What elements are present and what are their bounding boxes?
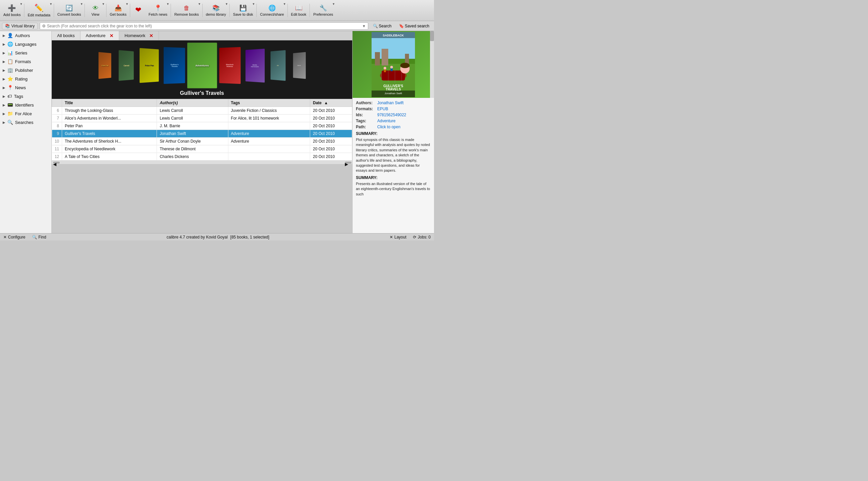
- edit-metadata-dropdown-icon[interactable]: ▼: [50, 2, 53, 6]
- carousel-cover-3[interactable]: Peter Pan: [140, 48, 159, 83]
- search-dropdown-icon[interactable]: ▼: [362, 24, 366, 28]
- carousel-cover-1[interactable]: Peter Pan: [98, 52, 111, 79]
- configure-button[interactable]: ✕ Configure: [3, 235, 25, 240]
- sidebar-item-authors[interactable]: ▶ 👤 Authors: [0, 31, 52, 40]
- search-button[interactable]: 🔍 Search: [370, 23, 394, 29]
- detail-book-cover[interactable]: SADDLEBACK Jonathan Swift GULLIVER'S TRA…: [352, 31, 434, 98]
- tags-detail-value[interactable]: Adventure: [377, 119, 396, 123]
- layout-icon: ✕: [390, 235, 393, 240]
- path-value[interactable]: Click to open: [377, 125, 400, 129]
- table-row[interactable]: 11 Encyclopedia of Needlework Therese de…: [52, 145, 352, 153]
- carousel-cover-center[interactable]: Adventures: [187, 43, 217, 89]
- table-row[interactable]: 12 A Tale of Two Cities Charles Dickens …: [52, 153, 352, 161]
- layout-button[interactable]: ✕ Layout: [390, 235, 406, 240]
- tab-adventure[interactable]: Adventure ✕: [81, 31, 119, 40]
- sidebar-item-identifiers[interactable]: ▶ 📟 Identifiers: [0, 100, 52, 109]
- connect-share-dropdown-icon[interactable]: ▼: [283, 2, 286, 6]
- toolbar-separator-6: [170, 4, 171, 17]
- right-panel-scrollbar-thumb[interactable]: [430, 31, 434, 41]
- book-cover-carousel[interactable]: Peter Pan Carroll Peter Pan Gulliver'sTr…: [52, 40, 352, 99]
- publisher-icon: 🏢: [7, 67, 13, 73]
- authors-icon: 👤: [7, 33, 13, 38]
- tab-homework[interactable]: Homework ✕: [119, 31, 159, 40]
- search-gear-icon[interactable]: ⚙: [42, 24, 46, 28]
- tab-all-books[interactable]: All books: [52, 31, 81, 40]
- sidebar-item-news[interactable]: ▶ 📍 News: [0, 83, 52, 92]
- sidebar-item-for-alice[interactable]: ▶ 📁 For Alice: [0, 109, 52, 118]
- add-books-dropdown-icon[interactable]: ▼: [20, 2, 23, 6]
- demo-library-label: demo library: [206, 12, 226, 17]
- col-date[interactable]: Date ▲: [310, 99, 352, 107]
- remove-books-button[interactable]: 🗑 Remove books ▼: [172, 1, 201, 20]
- ids-label: Ids:: [356, 113, 376, 117]
- row-date: 20 Oct 2010: [310, 122, 352, 130]
- table-row[interactable]: 8 Peter Pan J. M. Barrie 20 Oct 2010: [52, 122, 352, 130]
- sidebar-item-series[interactable]: ▶ 📊 Series: [0, 49, 52, 57]
- edit-metadata-button[interactable]: ✏️ Edit metadata ▼: [25, 1, 53, 20]
- carousel: Peter Pan Carroll Peter Pan Gulliver'sTr…: [52, 40, 352, 87]
- virtual-library-label: Virtual library: [11, 24, 35, 28]
- view-button[interactable]: 👁 View ▼: [86, 1, 105, 20]
- demo-library-button[interactable]: 📚 demo library ▼: [203, 1, 229, 20]
- carousel-cover-9[interactable]: Series: [293, 52, 306, 79]
- sidebar-item-formats[interactable]: ▶ 📋 Formats: [0, 57, 52, 66]
- convert-books-dropdown-icon[interactable]: ▼: [80, 2, 83, 6]
- get-books-button[interactable]: 📥 Get books ▼: [107, 1, 129, 20]
- save-to-disk-label: Save to disk: [233, 12, 253, 17]
- searchbar: 📚 Virtual library ⚙ ▼ 🔍 Search 🔖 Saved s…: [0, 21, 434, 31]
- table-row[interactable]: 6 Through the Looking-Glass Lewis Carrol…: [52, 107, 352, 115]
- carousel-cover-6[interactable]: SherlockHolmes: [219, 47, 240, 84]
- view-dropdown-icon[interactable]: ▼: [102, 2, 105, 6]
- fetch-news-button[interactable]: ❤: [131, 1, 146, 20]
- remove-books-label: Remove books: [174, 12, 199, 17]
- carousel-cover-2[interactable]: Carroll: [119, 50, 133, 81]
- table-row[interactable]: 10 The Adventures of Sherlock H... Sir A…: [52, 138, 352, 145]
- connect-share-button[interactable]: 🌐 Connect/share ▼: [257, 1, 287, 20]
- formats-value[interactable]: EPUB: [377, 107, 388, 111]
- save-to-disk-button[interactable]: 💾 Save to disk ▼: [230, 1, 256, 20]
- ids-value[interactable]: 9781562549022: [377, 113, 406, 117]
- carousel-cover-4[interactable]: Gulliver'sTravels: [163, 47, 185, 84]
- sidebar-item-publisher[interactable]: ▶ 🏢 Publisher: [0, 66, 52, 74]
- convert-books-button[interactable]: 🔄 Convert books ▼: [55, 1, 84, 20]
- row-tags: Juvenile Fiction / Classics: [228, 107, 310, 115]
- save-to-disk-dropdown-icon[interactable]: ▼: [252, 2, 255, 6]
- tab-adventure-close-icon[interactable]: ✕: [110, 33, 114, 38]
- book-table: Title Author(s) Tags Date ▲ 6 Through th…: [52, 99, 352, 161]
- remove-books-dropdown-icon[interactable]: ▼: [198, 2, 201, 6]
- carousel-cover-8[interactable]: Art: [271, 50, 285, 81]
- toolbar-separator-1: [24, 4, 24, 17]
- demo-library-dropdown-icon[interactable]: ▼: [225, 2, 228, 6]
- fetch-news-main-button[interactable]: 📍 Fetch news ▼: [146, 1, 170, 20]
- sidebar-item-searches[interactable]: ▶ 🔍 Searches: [0, 118, 52, 127]
- saved-search-button[interactable]: 🔖 Saved search: [396, 23, 432, 29]
- virtual-library-button[interactable]: 📚 Virtual library: [2, 23, 38, 29]
- row-date: 20 Oct 2010: [310, 145, 352, 153]
- col-author[interactable]: Author(s): [157, 99, 228, 107]
- preferences-button[interactable]: 🔧 Preferences ▼: [310, 1, 336, 20]
- carousel-cover-7[interactable]: MediaHomework: [245, 49, 265, 83]
- table-row[interactable]: 9 Gulliver's Travels Jonathan Swift Adve…: [52, 130, 352, 138]
- edit-book-button[interactable]: 📖 Edit book: [288, 1, 309, 20]
- find-button[interactable]: 🔍 Find: [32, 235, 46, 240]
- preferences-icon: 🔧: [319, 4, 327, 12]
- sidebar-item-languages[interactable]: ▶ 🌐 Languages: [0, 40, 52, 49]
- scrollbar-right-arrow[interactable]: ▶: [345, 162, 351, 164]
- col-title[interactable]: Title: [62, 99, 157, 107]
- table-row[interactable]: 7 Alice's Adventures in Wonderl... Lewis…: [52, 115, 352, 122]
- authors-value[interactable]: Jonathan Swift: [377, 100, 404, 105]
- col-tags[interactable]: Tags: [228, 99, 310, 107]
- sidebar-item-tags[interactable]: ▶ 🏷 Tags: [0, 92, 52, 100]
- gulliver-cover-art: SADDLEBACK Jonathan Swift GULLIVER'S TRA…: [372, 32, 415, 97]
- scrollbar-left-arrow[interactable]: ◀: [53, 162, 60, 164]
- tab-homework-close-icon[interactable]: ✕: [149, 33, 153, 38]
- search-input[interactable]: [47, 24, 362, 28]
- jobs-button[interactable]: ⟳ Jobs: 0: [413, 235, 431, 240]
- add-books-button[interactable]: ➕ Add books ▼: [1, 1, 23, 20]
- right-panel-scrollbar[interactable]: [430, 31, 434, 98]
- horizontal-scrollbar[interactable]: ◀ ▶: [52, 161, 352, 164]
- get-books-dropdown-icon[interactable]: ▼: [126, 2, 128, 6]
- preferences-dropdown-icon[interactable]: ▼: [332, 2, 335, 6]
- sidebar-item-rating[interactable]: ▶ ⭐ Rating: [0, 74, 52, 83]
- fetch-news-dropdown-icon[interactable]: ▼: [166, 2, 169, 6]
